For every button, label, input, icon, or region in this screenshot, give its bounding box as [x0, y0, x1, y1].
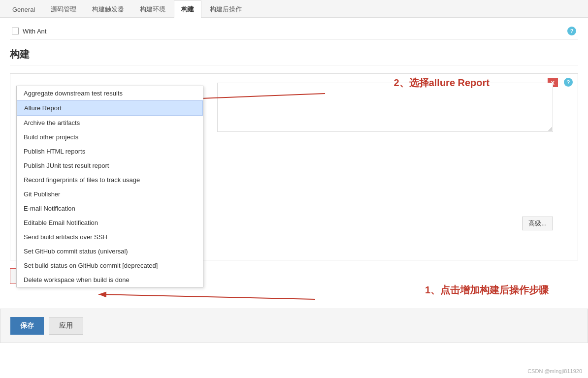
with-ant-help-icon[interactable]: ? — [567, 27, 576, 35]
tab-env[interactable]: 构建环境 — [132, 0, 173, 18]
tab-bar: General 源码管理 构建触发器 构建环境 构建 构建后操作 — [0, 0, 588, 18]
page-wrapper: General 源码管理 构建触发器 构建环境 构建 构建后操作 With An… — [0, 0, 588, 378]
tab-build[interactable]: 构建 — [174, 0, 201, 18]
dropdown-item-git-publisher[interactable]: Git Publisher — [17, 187, 203, 201]
tab-general[interactable]: General — [5, 1, 42, 17]
dropdown-item-email[interactable]: E-mail Notification — [17, 201, 203, 216]
dropdown-menu: Aggregate downstream test results Allure… — [16, 86, 203, 287]
annotation-1: 1、点击增加构建后操作步骤 — [425, 284, 549, 297]
dropdown-item-github-status[interactable]: Set GitHub commit status (universal) — [17, 244, 203, 258]
svg-line-3 — [98, 294, 315, 299]
dropdown-item-editable-email[interactable]: Editable Email Notification — [17, 216, 203, 230]
dropdown-item-publish-html[interactable]: Publish HTML reports — [17, 144, 203, 158]
dropdown-item-record-fingerprints[interactable]: Record fingerprints of files to track us… — [17, 173, 203, 187]
dropdown-item-allure[interactable]: Allure Report — [17, 100, 203, 116]
textarea-area — [217, 79, 553, 133]
step-textarea[interactable] — [217, 83, 553, 132]
step-help-icon[interactable]: ? — [564, 78, 573, 87]
annotation-2: 2、选择allure Report — [394, 76, 490, 90]
advanced-button[interactable]: 高级... — [522, 217, 553, 230]
with-ant-row: With Ant ? — [10, 23, 578, 40]
tab-trigger[interactable]: 构建触发器 — [85, 0, 131, 18]
dropdown-item-publish-junit[interactable]: Publish JUnit test result report — [17, 158, 203, 173]
footer-section: 保存 应用 — [0, 309, 588, 343]
tab-source[interactable]: 源码管理 — [43, 0, 84, 18]
apply-button[interactable]: 应用 — [49, 317, 83, 335]
with-ant-label: With Ant — [23, 28, 46, 35]
dropdown-item-build-other[interactable]: Build other projects — [17, 130, 203, 144]
watermark: CSDN @mingji811920 — [527, 368, 582, 374]
main-content: With Ant ? 构建 x ? Aggregate downstream t… — [0, 18, 588, 304]
with-ant-checkbox[interactable] — [12, 28, 19, 34]
dropdown-item-send-ssh[interactable]: Send build artifacts over SSH — [17, 230, 203, 244]
tab-post[interactable]: 构建后操作 — [202, 0, 249, 18]
dropdown-item-archive[interactable]: Archive the artifacts — [17, 116, 203, 130]
section-title: 构建 — [10, 48, 578, 65]
dropdown-item-github-deprecated[interactable]: Set build status on GitHub commit [depre… — [17, 258, 203, 273]
save-button[interactable]: 保存 — [10, 317, 44, 335]
with-ant-left: With Ant — [12, 28, 46, 35]
dropdown-item-delete-workspace[interactable]: Delete workspace when build is done — [17, 273, 203, 287]
dropdown-item-aggregate[interactable]: Aggregate downstream test results — [17, 86, 203, 100]
build-step-box: x ? Aggregate downstream test results Al… — [10, 73, 578, 260]
